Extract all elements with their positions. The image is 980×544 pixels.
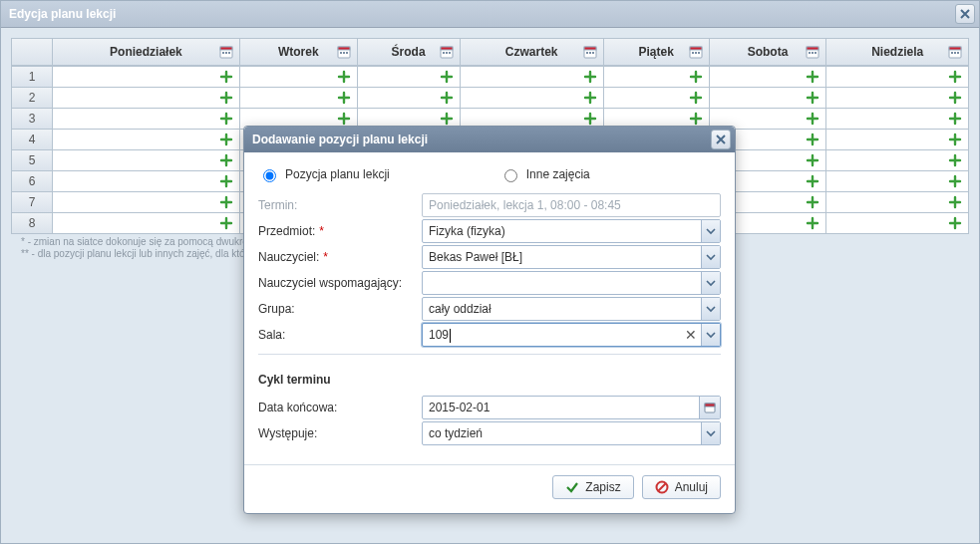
grid-cell[interactable] [52, 212, 239, 233]
plus-icon[interactable] [219, 195, 233, 209]
grid-cell[interactable] [460, 87, 603, 108]
plus-icon[interactable] [219, 133, 233, 146]
plus-icon[interactable] [219, 174, 233, 188]
plus-icon[interactable] [219, 216, 233, 230]
close-icon[interactable] [955, 4, 975, 24]
plus-icon[interactable] [806, 91, 819, 105]
plus-icon[interactable] [440, 112, 454, 126]
grid-cell[interactable] [825, 212, 968, 233]
nauczyciel-combo[interactable]: Bekas Paweł [BŁ] [422, 245, 721, 269]
calendar-icon[interactable] [337, 45, 351, 59]
save-button[interactable]: Zapisz [552, 475, 633, 499]
radio-other[interactable]: Inne zajęcia [499, 166, 590, 182]
plus-icon[interactable] [948, 195, 962, 209]
svg-rect-13 [446, 52, 448, 54]
plus-icon[interactable] [806, 112, 819, 126]
radio-lesson[interactable]: Pozycja planu lekcji [258, 166, 390, 182]
chevron-down-icon[interactable] [701, 272, 720, 294]
plus-icon[interactable] [948, 153, 962, 167]
plus-icon[interactable] [689, 112, 703, 126]
grid-cell[interactable] [825, 87, 968, 108]
grid-cell[interactable] [825, 149, 968, 170]
grid-cell[interactable] [52, 66, 239, 87]
plus-icon[interactable] [583, 70, 597, 84]
chevron-down-icon[interactable] [701, 324, 720, 346]
close-icon[interactable] [711, 130, 731, 149]
plus-icon[interactable] [689, 91, 703, 105]
calendar-icon[interactable] [583, 45, 597, 59]
grid-cell[interactable] [825, 66, 968, 87]
modal-title: Dodawanie pozycji planu lekcji [252, 133, 428, 146]
radio-other-input[interactable] [504, 169, 517, 182]
chevron-down-icon[interactable] [701, 220, 720, 242]
calendar-icon[interactable] [699, 397, 720, 418]
chevron-down-icon[interactable] [701, 246, 720, 268]
grid-cell[interactable] [52, 129, 239, 149]
chevron-down-icon[interactable] [701, 422, 720, 444]
plus-icon[interactable] [583, 91, 597, 105]
grid-cell[interactable] [825, 191, 968, 212]
plus-icon[interactable] [337, 70, 351, 84]
grid-cell[interactable] [825, 129, 968, 149]
label-nauczyciel-wsp: Nauczyciel wspomagający: [258, 276, 422, 290]
plus-icon[interactable] [219, 91, 233, 105]
grid-cell[interactable] [825, 108, 968, 129]
nauczyciel-wsp-combo[interactable] [422, 271, 721, 295]
plus-icon[interactable] [806, 70, 819, 84]
radio-lesson-input[interactable] [263, 169, 276, 182]
calendar-icon[interactable] [948, 45, 962, 59]
grid-cell[interactable] [239, 87, 357, 108]
plus-icon[interactable] [948, 174, 962, 188]
cancel-button[interactable]: Anuluj [642, 475, 721, 499]
plus-icon[interactable] [806, 153, 819, 167]
grid-cell[interactable] [52, 191, 239, 212]
plus-icon[interactable] [440, 91, 454, 105]
calendar-icon[interactable] [440, 45, 454, 59]
grid-cell[interactable] [709, 87, 826, 108]
plus-icon[interactable] [806, 195, 819, 209]
recurs-combo[interactable]: co tydzień [422, 421, 721, 445]
grid-cell[interactable] [603, 66, 709, 87]
plus-icon[interactable] [948, 112, 962, 126]
grid-cell[interactable] [357, 66, 460, 87]
grid-cell[interactable] [603, 87, 709, 108]
window-title: Edycja planu lekcji [9, 7, 116, 21]
grid-cell[interactable] [239, 66, 357, 87]
grid-cell[interactable] [709, 66, 826, 87]
clear-icon[interactable]: ✕ [681, 324, 701, 346]
plus-icon[interactable] [219, 153, 233, 167]
grid-cell[interactable] [52, 149, 239, 170]
svg-rect-22 [692, 52, 694, 54]
plus-icon[interactable] [806, 174, 819, 188]
grid-cell[interactable] [460, 66, 603, 87]
przedmiot-combo[interactable]: Fizyka (fizyka) [422, 219, 721, 243]
sala-combo[interactable]: 109 ✕ [422, 323, 721, 347]
grid-cell[interactable] [357, 87, 460, 108]
plus-icon[interactable] [948, 133, 962, 146]
grupa-combo[interactable]: cały oddział [422, 297, 721, 321]
plus-icon[interactable] [689, 70, 703, 84]
grid-cell[interactable] [52, 108, 239, 129]
chevron-down-icon[interactable] [701, 298, 720, 320]
plus-icon[interactable] [440, 70, 454, 84]
grid-cell[interactable] [52, 87, 239, 108]
plus-icon[interactable] [948, 70, 962, 84]
plus-icon[interactable] [948, 91, 962, 105]
plus-icon[interactable] [806, 216, 819, 230]
grid-cell[interactable] [52, 170, 239, 191]
calendar-icon[interactable] [806, 45, 819, 59]
plus-icon[interactable] [219, 70, 233, 84]
plus-icon[interactable] [583, 112, 597, 126]
nauczyciel-wsp-value [423, 272, 701, 294]
plus-icon[interactable] [337, 91, 351, 105]
grid-cell[interactable] [825, 170, 968, 191]
label-przedmiot: Przedmiot:* [258, 224, 422, 238]
plus-icon[interactable] [219, 112, 233, 126]
plus-icon[interactable] [337, 112, 351, 126]
end-date-input[interactable]: 2015-02-01 [422, 396, 721, 419]
plus-icon[interactable] [806, 133, 819, 146]
calendar-icon[interactable] [219, 45, 233, 59]
plus-icon[interactable] [948, 216, 962, 230]
label-termin: Termin: [258, 198, 422, 212]
calendar-icon[interactable] [689, 45, 703, 59]
